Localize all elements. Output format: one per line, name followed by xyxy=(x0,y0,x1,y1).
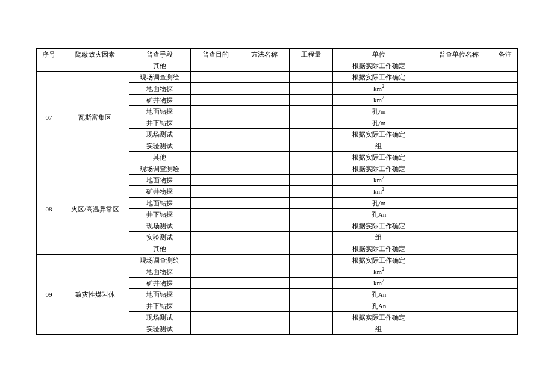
cell-note xyxy=(493,289,517,300)
main-table: 序号 隐蔽致灾因素 普查手段 普查目的 方法名称 工程量 单位 普查单位名称 备… xyxy=(36,48,518,335)
cell-amount xyxy=(289,300,332,312)
cell-purpose xyxy=(191,312,240,323)
cell-unit: 组 xyxy=(332,323,425,335)
cell-method-name xyxy=(240,83,290,95)
cell-unit-name xyxy=(425,198,493,209)
cell-unit-name xyxy=(425,289,493,300)
cell-unit: 孔/m xyxy=(332,198,425,209)
cell-method: 矿井物探 xyxy=(129,278,190,289)
cell-unit-name xyxy=(425,163,493,175)
cell-unit: km2 xyxy=(332,95,425,106)
cell-purpose xyxy=(191,186,240,198)
cell-unit: 根据实际工作确定 xyxy=(332,60,425,72)
cell-unit-name xyxy=(425,106,493,117)
cell-amount xyxy=(289,60,332,72)
cell-unit: km2 xyxy=(332,83,425,95)
cell-note xyxy=(493,129,517,140)
cell-method: 实验测试 xyxy=(129,232,190,243)
cell-unit: 根据实际工作确定 xyxy=(332,220,425,232)
cell-seq: 07 xyxy=(37,72,61,163)
cell-note xyxy=(493,198,517,209)
cell-method: 现场调查测绘 xyxy=(129,255,190,266)
cell-note xyxy=(493,163,517,175)
cell-unit-name xyxy=(425,209,493,220)
cell-method: 现场测试 xyxy=(129,220,190,232)
cell-note xyxy=(493,152,517,163)
cell-amount xyxy=(289,152,332,163)
cell-note xyxy=(493,95,517,106)
cell-method-name xyxy=(240,140,290,152)
header-factor: 隐蔽致灾因素 xyxy=(61,49,129,60)
cell-unit: 根据实际工作确定 xyxy=(332,72,425,83)
header-note: 备注 xyxy=(493,49,517,60)
cell-purpose xyxy=(191,175,240,186)
cell-note xyxy=(493,60,517,72)
table-header: 序号 隐蔽致灾因素 普查手段 普查目的 方法名称 工程量 单位 普查单位名称 备… xyxy=(37,49,518,60)
cell-unit: km2 xyxy=(332,266,425,278)
cell-method-name xyxy=(240,209,290,220)
cell-unit-name xyxy=(425,186,493,198)
cell-unit: 孔An xyxy=(332,209,425,220)
cell-amount xyxy=(289,175,332,186)
cell-purpose xyxy=(191,129,240,140)
cell-method: 实验测试 xyxy=(129,140,190,152)
cell-note xyxy=(493,83,517,95)
header-unit: 单位 xyxy=(332,49,425,60)
cell-note xyxy=(493,312,517,323)
cell-purpose xyxy=(191,117,240,129)
cell-seq: 08 xyxy=(37,163,61,255)
cell-note xyxy=(493,243,517,255)
cell-amount xyxy=(289,232,332,243)
cell-method-name xyxy=(240,266,290,278)
cell-method: 现场调查测绘 xyxy=(129,163,190,175)
cell-unit-name xyxy=(425,60,493,72)
table-row: 07瓦斯富集区现场调查测绘根据实际工作确定 xyxy=(37,72,518,83)
cell-method-name xyxy=(240,232,290,243)
cell-method: 地面物探 xyxy=(129,266,190,278)
cell-unit: 孔/m xyxy=(332,106,425,117)
cell-amount xyxy=(289,83,332,95)
header-purpose: 普查目的 xyxy=(191,49,240,60)
cell-note xyxy=(493,232,517,243)
cell-purpose xyxy=(191,232,240,243)
cell-purpose xyxy=(191,266,240,278)
cell-purpose xyxy=(191,278,240,289)
cell-amount xyxy=(289,186,332,198)
cell-method-name xyxy=(240,106,290,117)
cell-unit: 根据实际工作确定 xyxy=(332,129,425,140)
cell-amount xyxy=(289,209,332,220)
header-amount: 工程量 xyxy=(289,49,332,60)
cell-unit: 根据实际工作确定 xyxy=(332,255,425,266)
cell-amount xyxy=(289,129,332,140)
cell-unit-name xyxy=(425,312,493,323)
cell-amount xyxy=(289,323,332,335)
cell-unit-name xyxy=(425,72,493,83)
cell-note xyxy=(493,117,517,129)
cell-unit: 组 xyxy=(332,140,425,152)
cell-method: 矿井物探 xyxy=(129,186,190,198)
cell-unit: 孔An xyxy=(332,300,425,312)
cell-factor: 瓦斯富集区 xyxy=(61,72,129,163)
cell-purpose xyxy=(191,323,240,335)
cell-unit: 孔An xyxy=(332,289,425,300)
cell-amount xyxy=(289,312,332,323)
cell-method: 地面钻探 xyxy=(129,106,190,117)
cell-method: 井下钻探 xyxy=(129,300,190,312)
cell-factor xyxy=(61,60,129,72)
cell-unit: 根据实际工作确定 xyxy=(332,243,425,255)
cell-amount xyxy=(289,106,332,117)
cell-method-name xyxy=(240,278,290,289)
table-body: 其他根据实际工作确定07瓦斯富集区现场调查测绘根据实际工作确定地面物探km2矿井… xyxy=(37,60,518,335)
cell-amount xyxy=(289,198,332,209)
cell-method-name xyxy=(240,220,290,232)
cell-note xyxy=(493,175,517,186)
cell-seq: 09 xyxy=(37,255,61,335)
cell-unit-name xyxy=(425,129,493,140)
cell-method-name xyxy=(240,323,290,335)
cell-method: 其他 xyxy=(129,152,190,163)
cell-purpose xyxy=(191,220,240,232)
cell-amount xyxy=(289,255,332,266)
cell-purpose xyxy=(191,255,240,266)
cell-method: 地面物探 xyxy=(129,83,190,95)
cell-unit-name xyxy=(425,175,493,186)
